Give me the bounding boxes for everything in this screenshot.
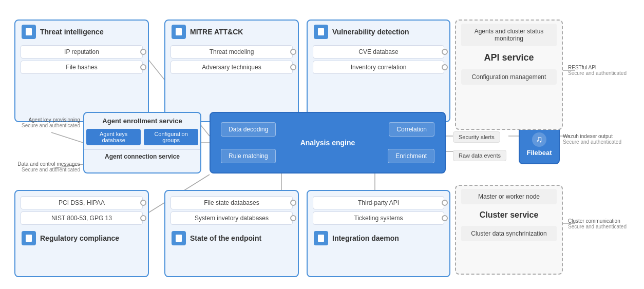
mitre-icon <box>172 25 186 39</box>
nist-item: NIST 800-53, GPG 13 <box>21 211 143 225</box>
raw-data-label: Raw data events <box>453 150 506 161</box>
regulatory-icon <box>22 231 36 245</box>
endpoint-title: State of the endpoint <box>190 234 261 242</box>
vulnerability-title: Vulnerability detection <box>332 28 409 36</box>
agent-provisioning-label: Agent key provisioning Secure and authen… <box>7 117 80 128</box>
enrollment-service: Agent enrollment service Agent keys data… <box>83 112 201 174</box>
integration-header: Integration daemon <box>308 227 449 249</box>
endpoint-module: File state databases System invetory dat… <box>164 190 299 277</box>
pci-dss-item: PCI DSS, HIPAA <box>21 196 143 209</box>
mitre-module: MITRE ATT&CK Threat modeling Adversary t… <box>164 20 299 122</box>
wazuh-output-label: Wazuh indexer output Secure and authenti… <box>563 133 621 145</box>
cluster-service-box: Master or worker node Cluster service Cl… <box>455 185 563 275</box>
filebeat-icon: ♫ <box>531 131 547 148</box>
cluster-comm-label: Cluster communication Secure and authent… <box>568 218 627 229</box>
diagram-container: Threat intelligence IP reputation File h… <box>0 0 644 289</box>
analysis-engine: Data decoding Rule matching Correlation … <box>210 112 446 174</box>
cve-database-item: CVE database <box>313 45 444 59</box>
config-management: Configuration management <box>461 69 557 85</box>
data-messages-label: Data and control messages Secure and aut… <box>7 161 80 172</box>
restful-api-label: RESTful API Secure and authenticated <box>568 65 627 76</box>
svg-line-7 <box>51 132 83 143</box>
correlation-item: Correlation <box>389 122 434 137</box>
integration-title: Integration daemon <box>332 234 399 242</box>
mitre-title: MITRE ATT&CK <box>190 28 243 36</box>
agents-cluster-monitoring: Agents and cluster status monitoring <box>461 24 557 46</box>
threat-intelligence-module: Threat intelligence IP reputation File h… <box>14 20 149 122</box>
analysis-engine-label: Analysis engine <box>300 139 355 147</box>
cluster-service-title: Cluster service <box>456 207 562 223</box>
mitre-header: MITRE ATT&CK <box>165 21 298 43</box>
vulnerability-header: Vulnerability detection <box>308 21 449 43</box>
regulatory-header: Regulatory compliance <box>15 227 148 249</box>
integration-module: Third-party API Ticketing systems Integr… <box>307 190 450 277</box>
connection-service-title: Agent connection service <box>84 149 200 161</box>
regulatory-title: Regulatory compliance <box>40 234 119 242</box>
threat-intelligence-header: Threat intelligence <box>15 21 148 43</box>
adversary-techniques-item: Adversary techniques <box>171 61 293 74</box>
integration-icon <box>314 231 328 245</box>
enrollment-badges: Agent keys database Configuration groups <box>84 127 200 147</box>
file-state-item: File state databases <box>171 196 293 209</box>
enrichment-item: Enrichment <box>388 149 434 163</box>
filebeat-label: Filebeat <box>526 149 552 157</box>
svg-text:♫: ♫ <box>536 134 543 144</box>
threat-intelligence-icon <box>22 25 36 39</box>
vulnerability-icon <box>314 25 328 39</box>
agent-keys-badge: Agent keys database <box>86 129 141 145</box>
master-worker-node: Master or worker node <box>461 189 557 204</box>
cluster-data-sync: Cluster data synchrinization <box>461 226 557 241</box>
regulatory-module: PCI DSS, HIPAA NIST 800-53, GPG 13 Regul… <box>14 190 149 277</box>
rule-matching-item: Rule matching <box>221 149 276 163</box>
threat-modeling-item: Threat modeling <box>171 45 293 59</box>
security-alerts-label: Security alerts <box>453 131 500 143</box>
third-party-api-item: Third-party API <box>313 196 444 209</box>
ticketing-systems-item: Ticketing systems <box>313 211 444 225</box>
api-service-box: Agents and cluster status monitoring API… <box>455 20 563 130</box>
endpoint-header: State of the endpoint <box>165 227 298 249</box>
inventory-correlation-item: Inventory correlation <box>313 61 444 74</box>
ip-reputation-item: IP reputation <box>21 45 143 59</box>
api-service-title: API service <box>456 49 562 66</box>
vulnerability-module: Vulnerability detection CVE database Inv… <box>307 20 450 122</box>
data-decoding-item: Data decoding <box>221 122 276 137</box>
config-groups-badge: Configuration groups <box>144 129 198 145</box>
system-inventory-item: System invetory databases <box>171 211 293 225</box>
enrollment-title: Agent enrollment service <box>84 113 200 127</box>
endpoint-icon <box>172 231 186 245</box>
file-hashes-item: File hashes <box>21 61 143 74</box>
threat-intelligence-title: Threat intelligence <box>40 28 104 36</box>
